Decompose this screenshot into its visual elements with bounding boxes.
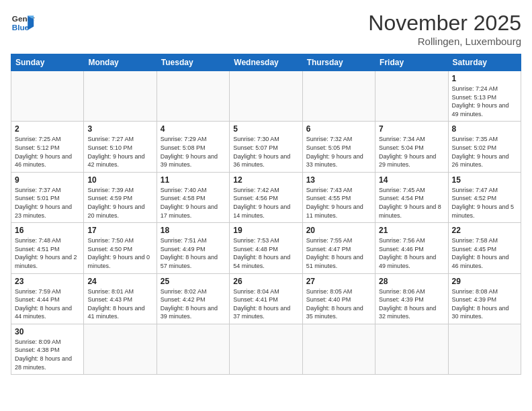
day-info: Sunrise: 7:32 AM Sunset: 5:05 PM Dayligh… — [306, 135, 371, 169]
day-cell: 25Sunrise: 8:02 AM Sunset: 4:42 PM Dayli… — [157, 273, 229, 324]
day-number: 24 — [87, 277, 152, 286]
day-number: 16 — [15, 226, 80, 235]
weekday-header-wednesday: Wednesday — [230, 54, 302, 71]
weekday-header-saturday: Saturday — [448, 54, 521, 71]
day-number: 22 — [452, 226, 517, 235]
week-row-4: 16Sunrise: 7:48 AM Sunset: 4:51 PM Dayli… — [11, 223, 521, 273]
day-number: 4 — [161, 124, 226, 134]
week-row-6: 30Sunrise: 8:09 AM Sunset: 4:38 PM Dayli… — [11, 324, 521, 374]
day-info: Sunrise: 8:02 AM Sunset: 4:42 PM Dayligh… — [161, 287, 226, 321]
day-cell: 16Sunrise: 7:48 AM Sunset: 4:51 PM Dayli… — [11, 223, 84, 273]
day-cell: 12Sunrise: 7:42 AM Sunset: 4:56 PM Dayli… — [230, 172, 302, 222]
location-subtitle: Rollingen, Luxembourg — [368, 36, 521, 47]
month-title: November 2025 — [368, 11, 521, 36]
day-info: Sunrise: 7:58 AM Sunset: 4:45 PM Dayligh… — [452, 236, 517, 270]
day-cell — [230, 324, 302, 374]
day-number: 23 — [15, 277, 80, 286]
day-info: Sunrise: 7:59 AM Sunset: 4:44 PM Dayligh… — [15, 287, 80, 321]
day-info: Sunrise: 7:56 AM Sunset: 4:46 PM Dayligh… — [379, 236, 444, 270]
day-cell: 27Sunrise: 8:05 AM Sunset: 4:40 PM Dayli… — [302, 273, 375, 324]
day-number: 2 — [15, 124, 80, 134]
day-info: Sunrise: 8:09 AM Sunset: 4:38 PM Dayligh… — [15, 338, 80, 371]
day-cell — [302, 71, 375, 122]
day-number: 1 — [452, 74, 517, 83]
day-info: Sunrise: 8:08 AM Sunset: 4:39 PM Dayligh… — [452, 287, 517, 321]
day-cell — [157, 324, 229, 374]
day-cell — [84, 324, 157, 374]
day-cell: 30Sunrise: 8:09 AM Sunset: 4:38 PM Dayli… — [11, 324, 84, 374]
day-number: 13 — [306, 175, 371, 185]
day-number: 11 — [161, 175, 226, 185]
day-cell: 2Sunrise: 7:25 AM Sunset: 5:12 PM Daylig… — [11, 122, 84, 172]
day-info: Sunrise: 7:51 AM Sunset: 4:49 PM Dayligh… — [161, 236, 226, 270]
day-number: 10 — [87, 175, 152, 185]
day-info: Sunrise: 7:40 AM Sunset: 4:58 PM Dayligh… — [161, 186, 226, 220]
day-number: 15 — [452, 175, 517, 185]
logo-icon: General Blue — [11, 11, 35, 35]
day-cell: 20Sunrise: 7:55 AM Sunset: 4:47 PM Dayli… — [302, 223, 375, 273]
weekday-header-sunday: Sunday — [11, 54, 84, 71]
day-number: 5 — [233, 124, 298, 134]
logo: General Blue — [11, 11, 35, 35]
day-cell: 1Sunrise: 7:24 AM Sunset: 5:13 PM Daylig… — [448, 71, 521, 122]
week-row-1: 1Sunrise: 7:24 AM Sunset: 5:13 PM Daylig… — [11, 71, 521, 122]
day-info: Sunrise: 8:01 AM Sunset: 4:43 PM Dayligh… — [87, 287, 152, 321]
day-number: 9 — [15, 175, 80, 185]
day-info: Sunrise: 7:42 AM Sunset: 4:56 PM Dayligh… — [233, 186, 298, 220]
day-cell: 19Sunrise: 7:53 AM Sunset: 4:48 PM Dayli… — [230, 223, 302, 273]
day-info: Sunrise: 7:48 AM Sunset: 4:51 PM Dayligh… — [15, 236, 80, 270]
day-cell: 18Sunrise: 7:51 AM Sunset: 4:49 PM Dayli… — [157, 223, 229, 273]
day-number: 7 — [379, 124, 444, 134]
day-info: Sunrise: 7:50 AM Sunset: 4:50 PM Dayligh… — [87, 236, 152, 270]
day-cell — [230, 71, 302, 122]
svg-text:Blue: Blue — [12, 23, 30, 32]
day-number: 27 — [306, 277, 371, 286]
day-cell: 7Sunrise: 7:34 AM Sunset: 5:04 PM Daylig… — [375, 122, 448, 172]
day-info: Sunrise: 7:55 AM Sunset: 4:47 PM Dayligh… — [306, 236, 371, 270]
day-info: Sunrise: 7:53 AM Sunset: 4:48 PM Dayligh… — [233, 236, 298, 270]
day-info: Sunrise: 8:05 AM Sunset: 4:40 PM Dayligh… — [306, 287, 371, 321]
day-cell: 3Sunrise: 7:27 AM Sunset: 5:10 PM Daylig… — [84, 122, 157, 172]
weekday-header-tuesday: Tuesday — [157, 54, 229, 71]
day-number: 20 — [306, 226, 371, 235]
day-number: 8 — [452, 124, 517, 134]
day-info: Sunrise: 8:04 AM Sunset: 4:41 PM Dayligh… — [233, 287, 298, 321]
day-cell: 26Sunrise: 8:04 AM Sunset: 4:41 PM Dayli… — [230, 273, 302, 324]
day-cell: 5Sunrise: 7:30 AM Sunset: 5:07 PM Daylig… — [230, 122, 302, 172]
day-cell — [448, 324, 521, 374]
week-row-3: 9Sunrise: 7:37 AM Sunset: 5:01 PM Daylig… — [11, 172, 521, 222]
day-cell: 24Sunrise: 8:01 AM Sunset: 4:43 PM Dayli… — [84, 273, 157, 324]
weekday-header-monday: Monday — [84, 54, 157, 71]
day-cell: 22Sunrise: 7:58 AM Sunset: 4:45 PM Dayli… — [448, 223, 521, 273]
day-info: Sunrise: 7:39 AM Sunset: 4:59 PM Dayligh… — [87, 186, 152, 220]
day-info: Sunrise: 7:34 AM Sunset: 5:04 PM Dayligh… — [379, 135, 444, 169]
day-cell: 15Sunrise: 7:47 AM Sunset: 4:52 PM Dayli… — [448, 172, 521, 222]
weekday-header-thursday: Thursday — [302, 54, 375, 71]
day-cell — [11, 71, 84, 122]
day-info: Sunrise: 7:35 AM Sunset: 5:02 PM Dayligh… — [452, 135, 517, 169]
day-cell — [157, 71, 229, 122]
day-info: Sunrise: 7:24 AM Sunset: 5:13 PM Dayligh… — [452, 85, 517, 118]
day-cell: 14Sunrise: 7:45 AM Sunset: 4:54 PM Dayli… — [375, 172, 448, 222]
day-number: 30 — [15, 327, 80, 336]
day-number: 17 — [87, 226, 152, 235]
day-number: 26 — [233, 277, 298, 286]
day-number: 12 — [233, 175, 298, 185]
day-cell: 9Sunrise: 7:37 AM Sunset: 5:01 PM Daylig… — [11, 172, 84, 222]
day-cell — [375, 71, 448, 122]
day-info: Sunrise: 7:43 AM Sunset: 4:55 PM Dayligh… — [306, 186, 371, 220]
day-cell: 28Sunrise: 8:06 AM Sunset: 4:39 PM Dayli… — [375, 273, 448, 324]
day-cell: 11Sunrise: 7:40 AM Sunset: 4:58 PM Dayli… — [157, 172, 229, 222]
weekday-header-friday: Friday — [375, 54, 448, 71]
day-info: Sunrise: 7:25 AM Sunset: 5:12 PM Dayligh… — [15, 135, 80, 169]
day-number: 18 — [161, 226, 226, 235]
page-header: General Blue November 2025 Rollingen, Lu… — [11, 11, 521, 47]
day-info: Sunrise: 7:47 AM Sunset: 4:52 PM Dayligh… — [452, 186, 517, 220]
day-number: 21 — [379, 226, 444, 235]
day-number: 25 — [161, 277, 226, 286]
day-number: 29 — [452, 277, 517, 286]
day-cell: 29Sunrise: 8:08 AM Sunset: 4:39 PM Dayli… — [448, 273, 521, 324]
day-info: Sunrise: 7:37 AM Sunset: 5:01 PM Dayligh… — [15, 186, 80, 220]
day-cell: 21Sunrise: 7:56 AM Sunset: 4:46 PM Dayli… — [375, 223, 448, 273]
day-number: 3 — [87, 124, 152, 134]
